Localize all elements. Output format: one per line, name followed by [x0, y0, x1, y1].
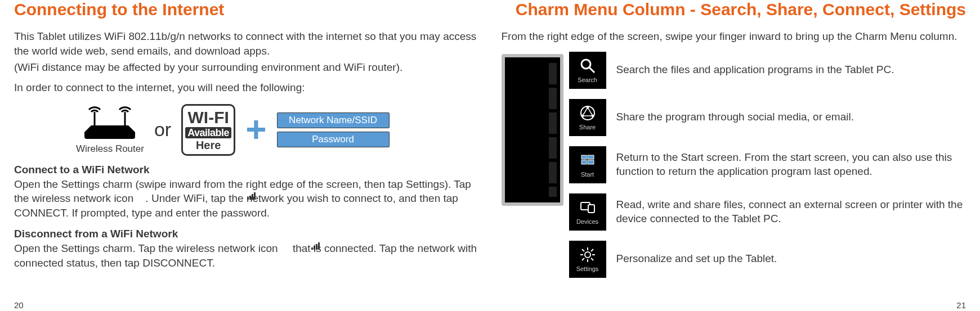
svg-rect-16 — [581, 155, 587, 159]
charm-item-share: Share Share the program through social m… — [569, 99, 966, 136]
search-icon — [579, 57, 596, 74]
search-desc: Search the files and application program… — [616, 63, 894, 77]
router-block: Wireless Router — [76, 105, 144, 155]
share-desc: Share the program through social media, … — [616, 110, 854, 124]
right-heading: Charm Menu Column - Search, Share, Conne… — [502, 0, 966, 19]
charm-item-devices: Devices Read, write and share files, con… — [569, 193, 966, 231]
svg-rect-7 — [314, 246, 315, 250]
settings-desc: Personalize and set up the Tablet. — [616, 252, 777, 266]
disconnect-text: Open the Settings charm. Tap the wireles… — [14, 242, 477, 269]
disconnect-body: Open the Settings charm. Tap the wireles… — [14, 241, 479, 270]
page-number-left: 20 — [14, 300, 24, 310]
svg-rect-3 — [249, 196, 251, 200]
svg-line-29 — [582, 258, 584, 260]
wifi-badge-top: WI-FI — [188, 109, 229, 126]
start-tile: Start — [569, 146, 606, 183]
devices-desc: Read, write and share files, connect an … — [616, 198, 966, 226]
left-intro-3: In order to connect to the internet, you… — [14, 80, 479, 95]
connect-body: Open the Settings charm (swipe inward fr… — [14, 177, 479, 220]
start-desc: Return to the Start screen. From the sta… — [616, 151, 966, 178]
page-right: Charm Menu Column - Search, Share, Conne… — [490, 0, 981, 311]
svg-rect-8 — [316, 244, 317, 250]
svg-rect-5 — [254, 192, 256, 200]
share-tile-label: Share — [579, 124, 596, 130]
or-text: or — [154, 119, 171, 141]
svg-line-30 — [591, 249, 593, 251]
router-icon — [79, 105, 141, 140]
svg-point-22 — [585, 252, 590, 258]
svg-rect-17 — [588, 155, 594, 159]
svg-rect-21 — [588, 205, 594, 213]
charm-item-start: Start Return to the Start screen. From t… — [569, 146, 966, 183]
svg-rect-2 — [247, 197, 249, 200]
settings-tile: Settings — [569, 241, 606, 278]
search-tile: Search — [569, 52, 606, 89]
wifi-signal-icon — [247, 192, 257, 200]
start-icon — [579, 152, 596, 169]
devices-icon — [579, 199, 596, 216]
svg-line-11 — [589, 67, 594, 73]
svg-rect-18 — [581, 160, 587, 164]
left-intro-1: This Tablet utilizes WiFi 802.11b/g/n ne… — [14, 29, 479, 58]
wifi-diagram: Wireless Router or WI-FI Available Here … — [76, 104, 479, 156]
charm-item-settings: Settings Personalize and set up the Tabl… — [569, 241, 966, 278]
svg-rect-4 — [252, 194, 253, 200]
password-label: Password — [277, 132, 390, 147]
charm-list: Search Search the files and application … — [569, 52, 966, 278]
page-left: Connecting to the Internet This Tablet u… — [0, 0, 490, 311]
left-heading: Connecting to the Internet — [14, 0, 479, 19]
network-labels: Network Name/SSID Password — [277, 112, 390, 147]
share-icon — [579, 105, 596, 121]
charm-section: Search Search the files and application … — [502, 52, 966, 278]
wifi-badge-bot: Here — [196, 139, 221, 151]
plus-icon: + — [245, 117, 266, 142]
svg-rect-6 — [311, 247, 313, 250]
connect-heading: Connect to a WiFi Network — [14, 164, 479, 176]
left-intro-2: (WiFi distance may be affected by your s… — [14, 60, 479, 75]
settings-tile-label: Settings — [576, 265, 599, 272]
start-tile-label: Start — [581, 171, 594, 178]
charm-item-search: Search Search the files and application … — [569, 52, 966, 89]
tablet-thumbnail — [502, 54, 563, 206]
search-tile-label: Search — [578, 76, 597, 83]
wifi-available-badge: WI-FI Available Here — [181, 104, 235, 156]
share-tile: Share — [569, 99, 606, 136]
devices-tile-label: Devices — [576, 218, 598, 225]
right-intro: From the right edge of the screen, swipe… — [502, 29, 966, 44]
svg-line-28 — [591, 258, 593, 260]
svg-rect-19 — [588, 160, 594, 164]
disconnect-heading: Disconnect from a WiFi Network — [14, 228, 479, 240]
svg-rect-9 — [318, 242, 320, 250]
connect-text: Open the Settings charm (swipe inward fr… — [14, 178, 471, 219]
router-label: Wireless Router — [76, 143, 144, 155]
page-number-right: 21 — [956, 300, 966, 310]
svg-line-27 — [582, 249, 584, 251]
svg-point-10 — [581, 60, 590, 69]
devices-tile: Devices — [569, 193, 606, 231]
ssid-label: Network Name/SSID — [277, 112, 390, 128]
settings-icon — [579, 246, 596, 263]
wifi-signal-icon — [311, 242, 321, 250]
wifi-badge-mid: Available — [185, 127, 231, 138]
